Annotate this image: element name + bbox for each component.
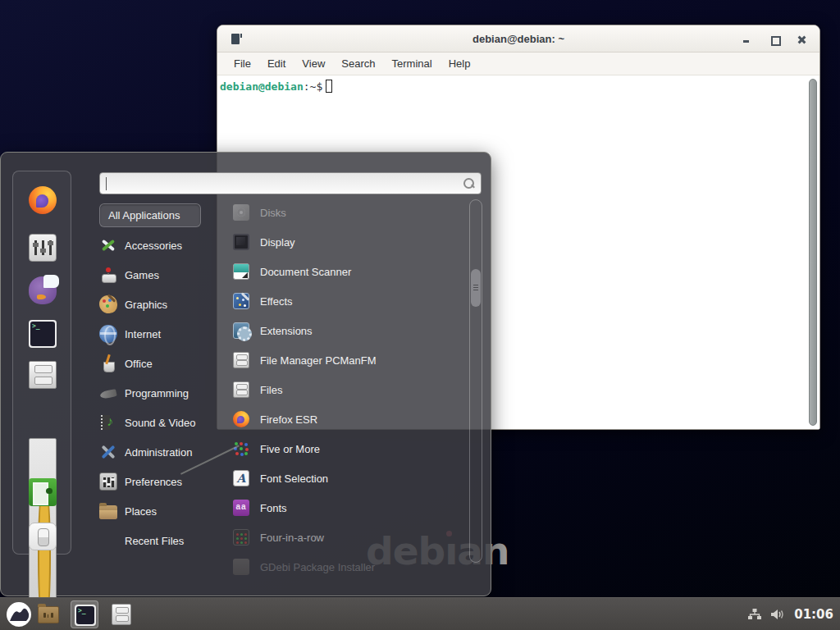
app-firefox-esr[interactable]: Firefox ESR <box>233 404 464 434</box>
app-font-selection[interactable]: AFont Selection <box>233 463 464 493</box>
folder-launcher[interactable] <box>38 606 59 623</box>
category-all-applications[interactable]: All Applications <box>99 203 201 227</box>
app-four-in-a-row[interactable]: Four-in-a-row <box>233 523 464 552</box>
font-selection-icon: A <box>233 470 249 486</box>
control-center-icon[interactable] <box>29 234 57 262</box>
pidgin-icon[interactable] <box>29 276 57 304</box>
system-tray: 01:06 <box>747 598 833 630</box>
games-icon <box>99 266 117 284</box>
app-list: Disks Display Document Scanner Effects E… <box>233 198 464 582</box>
app-gdebi-package-installer[interactable]: GDebi Package Installer <box>233 552 464 582</box>
app-effects[interactable]: Effects <box>233 286 464 316</box>
close-button[interactable] <box>797 34 808 45</box>
application-menu: >_ All Applications Accessories Games Gr… <box>0 152 491 596</box>
category-sound-video[interactable]: ♪Sound & Video <box>99 408 222 437</box>
category-office[interactable]: Office <box>99 349 222 378</box>
firefox-icon[interactable] <box>29 186 57 214</box>
files-launcher[interactable] <box>112 604 131 625</box>
clock[interactable]: 01:06 <box>794 607 833 622</box>
document-scanner-icon <box>233 263 249 280</box>
administration-icon <box>99 443 117 461</box>
menu-button[interactable] <box>7 602 31 627</box>
four-in-a-row-icon <box>233 529 249 546</box>
programming-icon <box>99 384 117 402</box>
gdebi-icon <box>233 559 249 575</box>
extensions-icon <box>233 322 249 339</box>
minimize-button[interactable] <box>741 34 752 45</box>
terminal-launcher[interactable]: >_ <box>71 600 98 628</box>
menu-help[interactable]: Help <box>442 55 477 72</box>
terminal-app-icon <box>231 34 240 44</box>
category-games[interactable]: Games <box>99 260 222 290</box>
preferences-icon <box>99 472 117 491</box>
menu-view[interactable]: View <box>295 55 331 72</box>
file-manager-icon[interactable] <box>29 361 57 389</box>
graphics-icon <box>99 295 117 313</box>
app-five-or-more[interactable]: Five or More <box>233 434 464 463</box>
office-icon <box>99 354 117 372</box>
effects-icon <box>233 293 249 309</box>
file-cabinet-icon <box>233 352 249 368</box>
category-internet[interactable]: Internet <box>99 319 222 349</box>
category-accessories[interactable]: Accessories <box>99 231 222 260</box>
disks-icon <box>233 204 249 221</box>
internet-icon <box>99 325 117 343</box>
terminal-titlebar[interactable]: debian@debian: ~ <box>217 25 819 52</box>
menu-file[interactable]: File <box>227 55 258 72</box>
app-document-scanner[interactable]: Document Scanner <box>233 257 464 286</box>
app-extensions[interactable]: Extensions <box>233 316 464 345</box>
app-display[interactable]: Display <box>233 227 464 257</box>
category-list: All Applications Accessories Games Graph… <box>99 202 222 555</box>
terminal-cursor <box>326 80 332 93</box>
terminal-scrollbar[interactable] <box>808 78 818 427</box>
favorites-panel: >_ <box>12 171 71 555</box>
app-list-scrollbar-thumb[interactable] <box>471 269 481 307</box>
network-icon[interactable] <box>747 608 762 621</box>
search-icon <box>463 178 475 189</box>
app-fonts[interactable]: aaFonts <box>233 493 464 523</box>
firefox-icon <box>233 411 249 427</box>
debian-menu-icon <box>7 602 31 627</box>
volume-icon[interactable] <box>770 608 786 621</box>
terminal-icon[interactable]: >_ <box>29 320 57 348</box>
taskbar: >_ 01:06 <box>0 597 840 630</box>
menu-search[interactable]: Search <box>335 55 381 72</box>
menu-edit[interactable]: Edit <box>261 55 292 72</box>
prompt-path: :~$ <box>304 80 322 93</box>
window-title: debian@debian: ~ <box>472 33 564 45</box>
category-graphics[interactable]: Graphics <box>99 290 222 319</box>
search-input[interactable] <box>99 172 482 194</box>
menu-terminal[interactable]: Terminal <box>386 55 439 72</box>
prompt-user-host: debian@debian <box>220 80 304 93</box>
display-icon <box>233 234 249 250</box>
terminal-scrollbar-thumb[interactable] <box>809 79 817 426</box>
category-preferences[interactable]: Preferences <box>99 467 222 496</box>
category-recent-files[interactable]: Recent Files <box>99 526 222 555</box>
shutdown-icon[interactable] <box>29 523 57 550</box>
app-file-manager-pcmanfm[interactable]: File Manager PCManFM <box>233 345 464 375</box>
file-cabinet-icon <box>233 381 249 398</box>
app-files[interactable]: Files <box>233 375 464 404</box>
logout-icon[interactable] <box>29 478 57 506</box>
app-disks[interactable]: Disks <box>233 198 464 227</box>
app-list-scrollbar[interactable] <box>469 199 482 563</box>
terminal-menubar: File Edit View Search Terminal Help <box>217 52 819 75</box>
sound-video-icon: ♪ <box>99 413 117 431</box>
fonts-icon: aa <box>233 500 249 516</box>
category-places[interactable]: Places <box>99 496 222 526</box>
accessories-icon <box>99 236 117 254</box>
terminal-icon: >_ <box>75 605 96 626</box>
category-programming[interactable]: Programming <box>99 378 222 408</box>
places-icon <box>99 505 117 519</box>
search-caret <box>106 177 107 190</box>
maximize-button[interactable] <box>769 34 780 45</box>
five-or-more-icon <box>233 441 249 457</box>
